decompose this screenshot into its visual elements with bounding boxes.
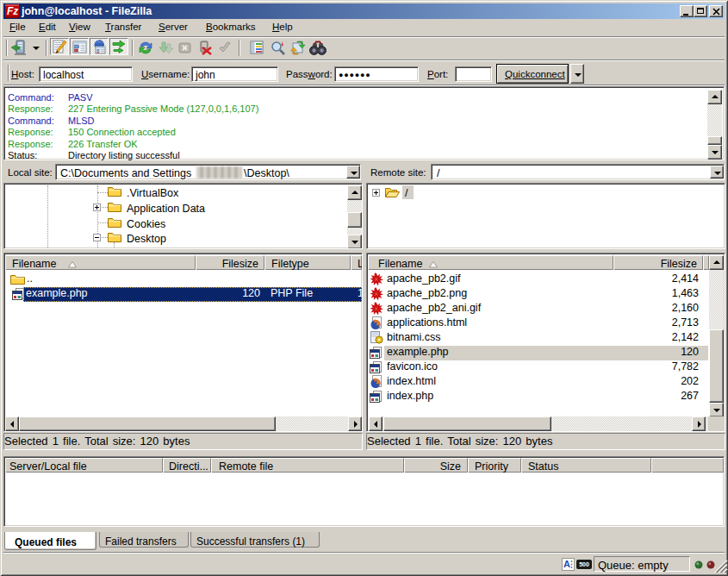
svg-text:A: A [563, 559, 570, 569]
svg-text:Fz: Fz [7, 5, 18, 17]
